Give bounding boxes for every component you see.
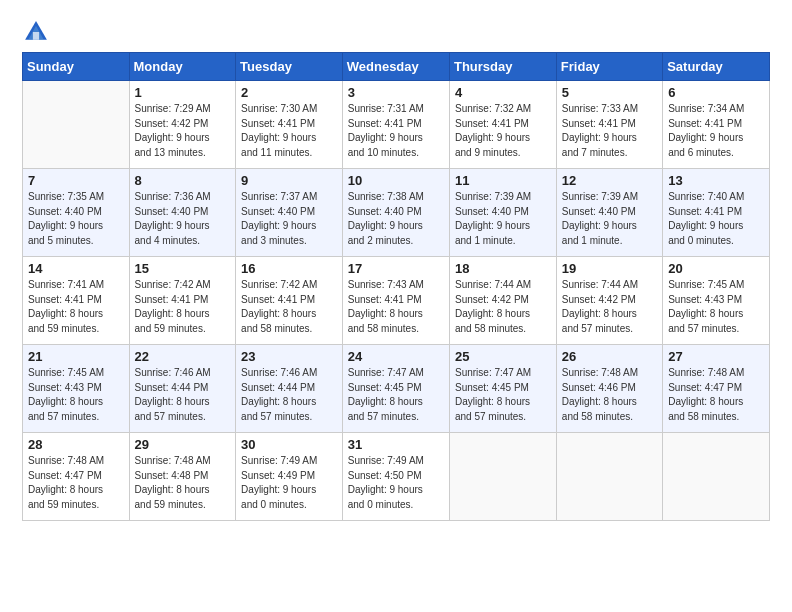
calendar-cell: 29Sunrise: 7:48 AM Sunset: 4:48 PM Dayli…	[129, 433, 236, 521]
calendar-header-thursday: Thursday	[449, 53, 556, 81]
day-detail: Sunrise: 7:32 AM Sunset: 4:41 PM Dayligh…	[455, 102, 551, 160]
calendar-header-saturday: Saturday	[663, 53, 770, 81]
day-number: 13	[668, 173, 764, 188]
calendar-week-row: 21Sunrise: 7:45 AM Sunset: 4:43 PM Dayli…	[23, 345, 770, 433]
calendar-cell	[449, 433, 556, 521]
day-detail: Sunrise: 7:38 AM Sunset: 4:40 PM Dayligh…	[348, 190, 444, 248]
day-detail: Sunrise: 7:45 AM Sunset: 4:43 PM Dayligh…	[28, 366, 124, 424]
calendar-cell: 6Sunrise: 7:34 AM Sunset: 4:41 PM Daylig…	[663, 81, 770, 169]
calendar-cell: 13Sunrise: 7:40 AM Sunset: 4:41 PM Dayli…	[663, 169, 770, 257]
day-number: 7	[28, 173, 124, 188]
calendar-cell: 30Sunrise: 7:49 AM Sunset: 4:49 PM Dayli…	[236, 433, 343, 521]
day-detail: Sunrise: 7:29 AM Sunset: 4:42 PM Dayligh…	[135, 102, 231, 160]
calendar-header-wednesday: Wednesday	[342, 53, 449, 81]
day-detail: Sunrise: 7:40 AM Sunset: 4:41 PM Dayligh…	[668, 190, 764, 248]
day-detail: Sunrise: 7:48 AM Sunset: 4:46 PM Dayligh…	[562, 366, 657, 424]
calendar-cell: 24Sunrise: 7:47 AM Sunset: 4:45 PM Dayli…	[342, 345, 449, 433]
day-detail: Sunrise: 7:48 AM Sunset: 4:47 PM Dayligh…	[28, 454, 124, 512]
day-number: 4	[455, 85, 551, 100]
day-number: 17	[348, 261, 444, 276]
logo	[22, 18, 54, 46]
day-detail: Sunrise: 7:30 AM Sunset: 4:41 PM Dayligh…	[241, 102, 337, 160]
day-detail: Sunrise: 7:37 AM Sunset: 4:40 PM Dayligh…	[241, 190, 337, 248]
day-detail: Sunrise: 7:46 AM Sunset: 4:44 PM Dayligh…	[241, 366, 337, 424]
day-detail: Sunrise: 7:47 AM Sunset: 4:45 PM Dayligh…	[348, 366, 444, 424]
day-detail: Sunrise: 7:47 AM Sunset: 4:45 PM Dayligh…	[455, 366, 551, 424]
calendar-week-row: 14Sunrise: 7:41 AM Sunset: 4:41 PM Dayli…	[23, 257, 770, 345]
day-detail: Sunrise: 7:41 AM Sunset: 4:41 PM Dayligh…	[28, 278, 124, 336]
calendar-cell: 14Sunrise: 7:41 AM Sunset: 4:41 PM Dayli…	[23, 257, 130, 345]
day-number: 16	[241, 261, 337, 276]
calendar-cell: 20Sunrise: 7:45 AM Sunset: 4:43 PM Dayli…	[663, 257, 770, 345]
day-number: 14	[28, 261, 124, 276]
calendar-cell: 1Sunrise: 7:29 AM Sunset: 4:42 PM Daylig…	[129, 81, 236, 169]
calendar-cell: 28Sunrise: 7:48 AM Sunset: 4:47 PM Dayli…	[23, 433, 130, 521]
calendar-cell: 15Sunrise: 7:42 AM Sunset: 4:41 PM Dayli…	[129, 257, 236, 345]
day-detail: Sunrise: 7:42 AM Sunset: 4:41 PM Dayligh…	[135, 278, 231, 336]
calendar-cell: 8Sunrise: 7:36 AM Sunset: 4:40 PM Daylig…	[129, 169, 236, 257]
day-detail: Sunrise: 7:35 AM Sunset: 4:40 PM Dayligh…	[28, 190, 124, 248]
day-detail: Sunrise: 7:48 AM Sunset: 4:48 PM Dayligh…	[135, 454, 231, 512]
calendar-header-friday: Friday	[556, 53, 662, 81]
header	[22, 18, 770, 46]
day-number: 8	[135, 173, 231, 188]
day-number: 15	[135, 261, 231, 276]
day-detail: Sunrise: 7:33 AM Sunset: 4:41 PM Dayligh…	[562, 102, 657, 160]
calendar-week-row: 28Sunrise: 7:48 AM Sunset: 4:47 PM Dayli…	[23, 433, 770, 521]
day-number: 2	[241, 85, 337, 100]
calendar-header-monday: Monday	[129, 53, 236, 81]
day-number: 11	[455, 173, 551, 188]
day-number: 28	[28, 437, 124, 452]
day-number: 10	[348, 173, 444, 188]
day-number: 29	[135, 437, 231, 452]
calendar-week-row: 7Sunrise: 7:35 AM Sunset: 4:40 PM Daylig…	[23, 169, 770, 257]
day-number: 22	[135, 349, 231, 364]
day-number: 20	[668, 261, 764, 276]
day-number: 24	[348, 349, 444, 364]
calendar-cell: 11Sunrise: 7:39 AM Sunset: 4:40 PM Dayli…	[449, 169, 556, 257]
day-number: 27	[668, 349, 764, 364]
day-detail: Sunrise: 7:39 AM Sunset: 4:40 PM Dayligh…	[455, 190, 551, 248]
day-number: 9	[241, 173, 337, 188]
calendar-cell: 7Sunrise: 7:35 AM Sunset: 4:40 PM Daylig…	[23, 169, 130, 257]
calendar-cell: 31Sunrise: 7:49 AM Sunset: 4:50 PM Dayli…	[342, 433, 449, 521]
calendar-cell: 17Sunrise: 7:43 AM Sunset: 4:41 PM Dayli…	[342, 257, 449, 345]
calendar-header-row: SundayMondayTuesdayWednesdayThursdayFrid…	[23, 53, 770, 81]
page: SundayMondayTuesdayWednesdayThursdayFrid…	[0, 0, 792, 612]
calendar-cell: 2Sunrise: 7:30 AM Sunset: 4:41 PM Daylig…	[236, 81, 343, 169]
calendar-header-sunday: Sunday	[23, 53, 130, 81]
calendar-cell: 12Sunrise: 7:39 AM Sunset: 4:40 PM Dayli…	[556, 169, 662, 257]
day-detail: Sunrise: 7:46 AM Sunset: 4:44 PM Dayligh…	[135, 366, 231, 424]
day-detail: Sunrise: 7:45 AM Sunset: 4:43 PM Dayligh…	[668, 278, 764, 336]
day-number: 31	[348, 437, 444, 452]
calendar-header-tuesday: Tuesday	[236, 53, 343, 81]
calendar-cell	[23, 81, 130, 169]
day-detail: Sunrise: 7:44 AM Sunset: 4:42 PM Dayligh…	[562, 278, 657, 336]
day-number: 1	[135, 85, 231, 100]
calendar-cell: 9Sunrise: 7:37 AM Sunset: 4:40 PM Daylig…	[236, 169, 343, 257]
calendar-cell: 26Sunrise: 7:48 AM Sunset: 4:46 PM Dayli…	[556, 345, 662, 433]
day-detail: Sunrise: 7:31 AM Sunset: 4:41 PM Dayligh…	[348, 102, 444, 160]
day-detail: Sunrise: 7:48 AM Sunset: 4:47 PM Dayligh…	[668, 366, 764, 424]
calendar-week-row: 1Sunrise: 7:29 AM Sunset: 4:42 PM Daylig…	[23, 81, 770, 169]
day-number: 30	[241, 437, 337, 452]
day-number: 3	[348, 85, 444, 100]
calendar-cell	[556, 433, 662, 521]
svg-rect-2	[33, 32, 39, 40]
day-number: 19	[562, 261, 657, 276]
day-number: 5	[562, 85, 657, 100]
day-number: 6	[668, 85, 764, 100]
calendar-cell: 27Sunrise: 7:48 AM Sunset: 4:47 PM Dayli…	[663, 345, 770, 433]
day-number: 12	[562, 173, 657, 188]
calendar-cell: 22Sunrise: 7:46 AM Sunset: 4:44 PM Dayli…	[129, 345, 236, 433]
calendar-cell: 16Sunrise: 7:42 AM Sunset: 4:41 PM Dayli…	[236, 257, 343, 345]
calendar-cell: 10Sunrise: 7:38 AM Sunset: 4:40 PM Dayli…	[342, 169, 449, 257]
calendar-cell: 3Sunrise: 7:31 AM Sunset: 4:41 PM Daylig…	[342, 81, 449, 169]
day-detail: Sunrise: 7:43 AM Sunset: 4:41 PM Dayligh…	[348, 278, 444, 336]
calendar-cell: 18Sunrise: 7:44 AM Sunset: 4:42 PM Dayli…	[449, 257, 556, 345]
day-number: 25	[455, 349, 551, 364]
day-detail: Sunrise: 7:36 AM Sunset: 4:40 PM Dayligh…	[135, 190, 231, 248]
calendar-cell: 19Sunrise: 7:44 AM Sunset: 4:42 PM Dayli…	[556, 257, 662, 345]
day-detail: Sunrise: 7:49 AM Sunset: 4:49 PM Dayligh…	[241, 454, 337, 512]
calendar-cell: 21Sunrise: 7:45 AM Sunset: 4:43 PM Dayli…	[23, 345, 130, 433]
